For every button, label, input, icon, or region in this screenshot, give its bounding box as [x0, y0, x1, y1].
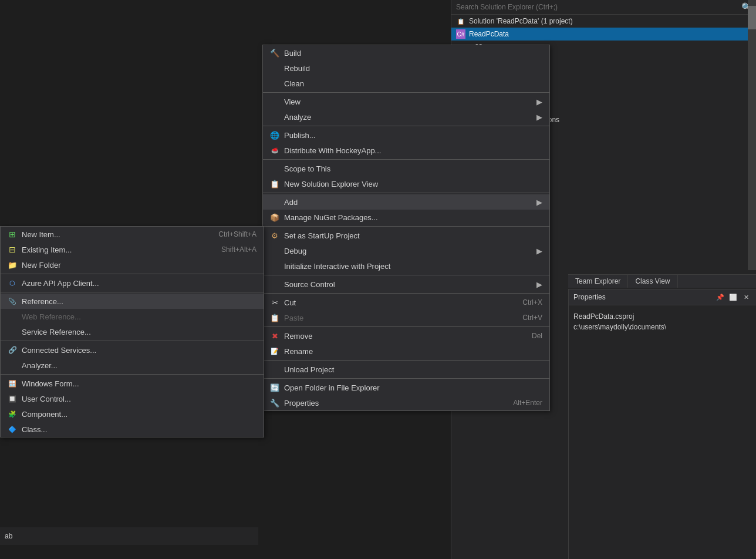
analyze-icon: [270, 112, 279, 122]
submenu-separator-1: [1, 274, 264, 274]
project-label: ReadPcData: [469, 30, 509, 38]
menu-item-clean[interactable]: Clean: [263, 76, 549, 91]
solution-label: Solution 'ReadPcData' (1 project): [469, 17, 573, 25]
menu-item-rename-label: Rename: [284, 347, 542, 356]
submenu-new-folder[interactable]: 📁 New Folder: [1, 257, 264, 272]
menu-item-new-sol-view[interactable]: 📋 New Solution Explorer View: [263, 176, 549, 191]
clean-icon: [270, 79, 279, 88]
menu-item-properties[interactable]: 🔧 Properties Alt+Enter: [263, 395, 549, 410]
main-context-menu: 🔨 Build Rebuild Clean View ▶ Analyze ▶ 🌐…: [262, 45, 550, 411]
maximize-icon[interactable]: ⬜: [728, 292, 738, 302]
windows-form-icon: 🪟: [8, 379, 17, 388]
submenu-user-control[interactable]: 🔲 User Control...: [1, 391, 264, 406]
properties-content: ReadPcData.csproj c:\users\maydolly\docu…: [569, 305, 756, 336]
solution-explorer-search-bar: 🔍: [451, 0, 756, 15]
solution-icon: 📋: [456, 16, 465, 26]
separator-5: [263, 226, 549, 227]
submenu-existing-item-label: Existing Item...: [22, 245, 205, 254]
add-icon: [270, 197, 279, 207]
separator-1: [263, 92, 549, 93]
menu-item-analyze[interactable]: Analyze ▶: [263, 109, 549, 124]
menu-item-rebuild[interactable]: Rebuild: [263, 60, 549, 76]
submenu-web-reference-label: Web Reference...: [22, 312, 256, 321]
submenu-component[interactable]: 🧩 Component...: [1, 406, 264, 422]
menu-item-debug[interactable]: Debug ▶: [263, 243, 549, 258]
submenu-azure-api[interactable]: ⬡ Azure API App Client...: [1, 275, 264, 291]
separator-7: [263, 293, 549, 294]
menu-item-add[interactable]: Add ▶: [263, 194, 549, 210]
menu-item-rename[interactable]: 📝 Rename: [263, 344, 549, 359]
submenu-windows-form[interactable]: 🪟 Windows Form...: [1, 376, 264, 391]
tab-team-explorer[interactable]: Team Explorer: [568, 275, 628, 288]
submenu-reference[interactable]: 📎 Reference...: [1, 294, 264, 309]
startup-icon: ⚙: [270, 231, 279, 240]
publish-icon: 🌐: [270, 130, 279, 140]
separator-4: [263, 193, 549, 193]
scrollbar-thumb[interactable]: [748, 6, 756, 29]
menu-item-nuget[interactable]: 📦 Manage NuGet Packages...: [263, 210, 549, 225]
submenu-web-reference[interactable]: Web Reference...: [1, 309, 264, 324]
azure-icon: ⬡: [8, 278, 17, 288]
submenu-component-label: Component...: [22, 410, 256, 419]
menu-item-distribute-label: Distribute With HockeyApp...: [284, 146, 542, 155]
solution-explorer-scrollbar[interactable]: [748, 0, 756, 270]
new-folder-icon: 📁: [8, 260, 17, 270]
menu-item-source-control[interactable]: Source Control ▶: [263, 277, 549, 292]
close-icon[interactable]: ✕: [741, 292, 751, 302]
menu-item-remove[interactable]: ✖ Remove Del: [263, 328, 549, 344]
menu-item-cut[interactable]: ✂ Cut Ctrl+X: [263, 295, 549, 310]
properties-icon: 🔧: [270, 398, 279, 408]
menu-item-distribute[interactable]: 🥌 Distribute With HockeyApp...: [263, 143, 549, 158]
submenu-connected-services-label: Connected Services...: [22, 346, 256, 355]
menu-item-publish[interactable]: 🌐 Publish...: [263, 127, 549, 143]
solution-explorer-search-input[interactable]: [456, 3, 739, 11]
remove-icon: ✖: [270, 331, 279, 341]
nuget-icon: 📦: [270, 213, 279, 222]
user-control-icon: 🔲: [8, 394, 17, 403]
menu-item-scope[interactable]: Scope to This: [263, 161, 549, 176]
separator-8: [263, 326, 549, 327]
panel-tabs: Team Explorer Class View: [568, 274, 756, 288]
menu-item-startup[interactable]: ⚙ Set as StartUp Project: [263, 228, 549, 243]
submenu-connected-services[interactable]: 🔗 Connected Services...: [1, 342, 264, 358]
submenu-existing-item[interactable]: ⊟ Existing Item... Shift+Alt+A: [1, 242, 264, 257]
new-sol-view-icon: 📋: [270, 179, 279, 188]
menu-item-open-folder[interactable]: 🔄 Open Folder in File Explorer: [263, 380, 549, 395]
menu-item-add-label: Add: [284, 198, 532, 207]
cut-icon: ✂: [270, 298, 279, 307]
submenu-service-reference[interactable]: Service Reference...: [1, 324, 264, 339]
paste-icon: 📋: [270, 313, 279, 322]
properties-title: Properties: [573, 293, 606, 301]
debug-icon: [270, 246, 279, 255]
existing-item-shortcut: Shift+Alt+A: [221, 245, 256, 254]
submenu-windows-form-label: Windows Form...: [22, 379, 256, 388]
submenu-user-control-label: User Control...: [22, 395, 256, 403]
pin-icon[interactable]: 📌: [715, 292, 725, 302]
submenu-analyzer[interactable]: Analyzer...: [1, 358, 264, 373]
menu-item-paste[interactable]: 📋 Paste Ctrl+V: [263, 310, 549, 325]
ab-icon: ab: [5, 532, 12, 540]
rebuild-icon: [270, 63, 279, 73]
menu-item-rebuild-label: Rebuild: [284, 64, 542, 73]
debug-arrow: ▶: [536, 247, 542, 255]
view-icon: [270, 97, 279, 106]
menu-item-build[interactable]: 🔨 Build: [263, 45, 549, 60]
unload-icon: [270, 365, 279, 374]
menu-item-init-interactive[interactable]: Initialize Interactive with Project: [263, 258, 549, 274]
menu-item-scope-label: Scope to This: [284, 164, 542, 173]
submenu-separator-2: [1, 292, 264, 292]
class-icon: 🔷: [8, 425, 17, 434]
menu-item-unload[interactable]: Unload Project: [263, 362, 549, 377]
menu-item-view[interactable]: View ▶: [263, 94, 549, 109]
separator-6: [263, 275, 549, 275]
view-arrow: ▶: [536, 97, 542, 106]
submenu-new-folder-label: New Folder: [22, 261, 256, 270]
tab-class-view[interactable]: Class View: [628, 275, 677, 288]
project-item[interactable]: C# ReadPcData: [451, 28, 756, 41]
submenu-new-item[interactable]: ⊞ New Item... Ctrl+Shift+A: [1, 227, 264, 242]
menu-item-open-folder-label: Open Folder in File Explorer: [284, 383, 542, 392]
web-reference-icon: [8, 312, 17, 321]
separator-2: [263, 126, 549, 126]
solution-root-item[interactable]: 📋 Solution 'ReadPcData' (1 project): [451, 15, 756, 28]
submenu-class[interactable]: 🔷 Class...: [1, 422, 264, 437]
